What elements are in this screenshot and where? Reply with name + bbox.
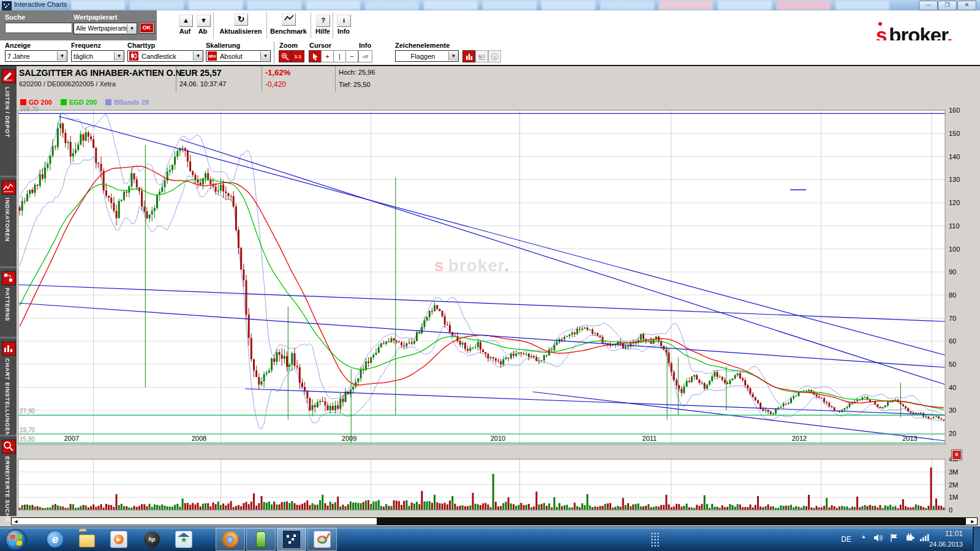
refresh-icon[interactable]: ↻ — [234, 13, 248, 26]
svg-text:20: 20 — [949, 430, 956, 437]
background-tab — [600, 1, 654, 10]
svg-text:3M: 3M — [949, 468, 958, 476]
keyboard-language[interactable]: DE — [841, 535, 851, 544]
taskbar-firefox-icon[interactable] — [216, 528, 245, 551]
pen-icon[interactable] — [2, 69, 16, 83]
aktualisieren-label: Aktualisieren — [213, 28, 269, 35]
chevron-down-icon[interactable]: ▼ — [448, 51, 458, 61]
start-button[interactable] — [5, 529, 27, 551]
window-title: Interactive Charts — [14, 1, 67, 8]
anzeige-select[interactable]: 7 Jahre▼ — [5, 50, 67, 62]
cursor-vline-button[interactable]: | — [333, 50, 346, 62]
svg-text:19,70: 19,70 — [20, 427, 35, 433]
close-volume-pane-icon[interactable]: × — [952, 450, 962, 460]
svg-text:2009: 2009 — [342, 435, 356, 442]
app-icon — [2, 1, 12, 10]
scroll-down-button[interactable]: ▼ — [197, 15, 211, 27]
scroll-left-icon[interactable]: ◀ — [12, 518, 20, 525]
frequenz-label: Frequenz — [71, 42, 101, 49]
quote-info-bar: SALZGITTER AG INHABER-AKTIEN O.N. 620200… — [17, 66, 980, 94]
chevron-down-icon[interactable]: ▼ — [260, 51, 270, 61]
clock[interactable]: 11:01 24.06.2013 — [914, 529, 963, 550]
svg-text:2M: 2M — [949, 481, 958, 489]
taskbar-internet-explorer-icon[interactable]: e — [40, 528, 70, 551]
scrollbar-thumb[interactable] — [377, 518, 966, 525]
info-off-toggle[interactable]: off — [358, 50, 372, 62]
svg-text:S: S — [493, 54, 496, 59]
price-volume-chart[interactable]: 20072008200920102011201220134M3M2M1M0203… — [17, 93, 980, 516]
background-tab — [247, 1, 301, 10]
legend-bbands[interactable]: BBands 20 — [105, 99, 149, 106]
search-panel: Suche Wertpapierart Alle Wertpapierarten… — [0, 10, 157, 40]
svg-text:0: 0 — [949, 506, 952, 514]
search-label: Suche — [5, 13, 25, 21]
windows-taskbar: e▶hp★ DE ▲ 11:01 24.06.2013 — [0, 527, 980, 551]
chart-scrollbar[interactable]: ◀ ▶ — [11, 517, 978, 525]
sidebar-item-chart-einstellungen[interactable]: CHART EINSTELLUNGEN — [4, 358, 11, 437]
search-input[interactable] — [5, 23, 72, 33]
restore-button[interactable]: ❐ — [938, 1, 957, 10]
frequenz-select[interactable]: täglich▼ — [71, 50, 124, 62]
taskbar-homepage-icon[interactable]: ★ — [169, 528, 198, 551]
svg-text:140: 140 — [949, 153, 960, 160]
sidebar-item-patterns[interactable]: PATTERNS — [4, 288, 11, 321]
day-low: Tief: 25,50 — [339, 81, 371, 88]
svg-text:160: 160 — [949, 107, 960, 114]
ok-button[interactable]: OK — [140, 23, 154, 33]
background-tab — [835, 1, 889, 10]
taskbar-media-player-icon[interactable]: ▶ — [104, 528, 134, 551]
help-icon[interactable]: ? — [316, 15, 330, 27]
indicator-icon[interactable] — [2, 181, 16, 195]
skalierung-select[interactable]: abs Absolut▼ — [206, 50, 271, 62]
taskbar-chart-tool-icon[interactable] — [246, 528, 276, 551]
zeichenelemente-select[interactable]: Flaggen▼ — [395, 50, 459, 62]
svg-text:2011: 2011 — [643, 435, 657, 442]
bars-tool-icon[interactable] — [462, 50, 475, 62]
sidebar-item-erweiterte-suche[interactable]: ERWEITERTE SUCHE — [4, 456, 11, 522]
chevron-down-icon[interactable]: ▼ — [127, 24, 137, 33]
benchmark-icon[interactable] — [282, 13, 296, 26]
taskbar-windows-explorer-icon[interactable] — [72, 528, 102, 551]
chevron-down-icon[interactable]: ▼ — [193, 51, 203, 61]
legend-swatch-blue — [105, 99, 111, 105]
zoom-in-icon[interactable] — [279, 50, 292, 62]
charttyp-select[interactable]: Candlestick▼ — [127, 50, 203, 62]
legend-egd200[interactable]: EGD 200 — [61, 99, 97, 106]
close-button[interactable]: ✕ — [957, 1, 976, 10]
tray-expand-icon[interactable]: ▲ — [861, 534, 866, 539]
split-tool-icon[interactable]: S — [488, 50, 501, 62]
taskbar-hp-icon[interactable]: hp — [137, 528, 167, 551]
change-percent: -1,62% — [265, 68, 290, 77]
taskbar-paint-icon[interactable] — [307, 528, 337, 551]
chart-settings-icon[interactable] — [2, 342, 16, 356]
news-tool-icon[interactable]: N — [475, 50, 488, 62]
volume-icon[interactable] — [873, 533, 883, 544]
show-desktop-button[interactable] — [973, 527, 980, 551]
cursor-arrow-icon[interactable] — [309, 50, 322, 62]
system-tray: DE ▲ 11:01 24.06.2013 — [809, 527, 980, 551]
wertpapierart-select[interactable]: Alle Wertpapierarten ▼ — [74, 23, 137, 34]
svg-text:130: 130 — [949, 176, 960, 183]
cursor-hline-button[interactable]: − — [345, 50, 358, 62]
svg-text:2008: 2008 — [192, 435, 206, 442]
taskbar-interactive-charts-icon[interactable] — [277, 528, 306, 551]
svg-text:N: N — [478, 54, 482, 59]
anzeige-label: Anzeige — [5, 42, 31, 49]
minimize-button[interactable]: — — [919, 1, 938, 10]
cursor-cross-button[interactable]: + — [321, 50, 334, 62]
scroll-right-icon[interactable]: ▶ — [969, 518, 976, 525]
sidebar-item-indikatoren[interactable]: INDIKATOREN — [4, 198, 11, 242]
pattern-icon[interactable] — [2, 271, 16, 285]
sidebar-item-listen-depot[interactable]: LISTEN / DEPOT — [4, 87, 11, 138]
scroll-up-button[interactable]: ▲ — [179, 15, 193, 27]
magnifier-icon[interactable] — [2, 440, 16, 454]
background-tab — [659, 1, 713, 10]
zoom-one-to-one-button[interactable]: 1:1 — [292, 50, 304, 62]
svg-text:60: 60 — [949, 337, 956, 345]
chevron-down-icon[interactable]: ▼ — [57, 51, 67, 61]
chevron-down-icon[interactable]: ▼ — [114, 51, 124, 61]
action-center-flag-icon[interactable] — [890, 533, 899, 544]
info-icon[interactable]: i — [337, 15, 351, 27]
legend-gd200[interactable]: GD 200 — [20, 99, 52, 106]
chart-legend: GD 200 EGD 200 BBands 20 — [20, 99, 149, 106]
